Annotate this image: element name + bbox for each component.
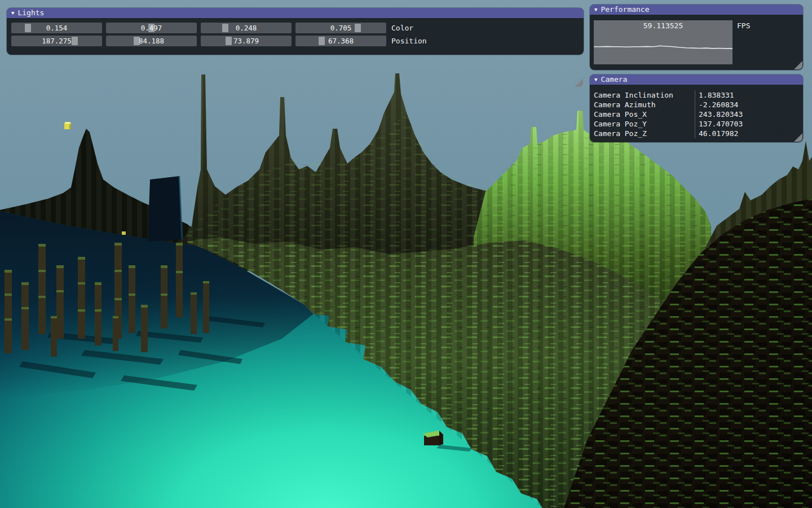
- camera-panel-header[interactable]: ▼ Camera: [590, 75, 803, 85]
- fps-label: FPS: [737, 21, 750, 30]
- camera-row-label: Camera Poz_Y: [594, 119, 695, 129]
- light-position-slider-2[interactable]: 84.188: [106, 36, 197, 46]
- slider-value: 187.275: [11, 36, 102, 46]
- collapse-arrow-icon[interactable]: ▼: [594, 5, 597, 15]
- light-position-slider-3[interactable]: 73.879: [201, 36, 292, 46]
- slider-value: 73.879: [201, 36, 292, 46]
- sun-light-cube: [64, 122, 71, 129]
- performance-panel: ▼ Performance 59.113525 FPS: [590, 5, 803, 70]
- slider-value: 0.497: [106, 23, 197, 33]
- collapse-arrow-icon[interactable]: ▼: [11, 8, 14, 18]
- position-row-label: Position: [391, 37, 427, 45]
- camera-row-value: 46.017982: [695, 129, 738, 138]
- performance-panel-header[interactable]: ▼ Performance: [590, 5, 803, 15]
- light-color-slider-1[interactable]: 0.154: [11, 23, 102, 33]
- lights-panel-title: Lights: [17, 8, 44, 18]
- fps-history-graph[interactable]: 59.113525: [594, 20, 732, 64]
- light-color-slider-4[interactable]: 0.705: [295, 23, 386, 33]
- camera-row-value: 243.820343: [695, 110, 743, 119]
- slider-value: 0.248: [201, 23, 292, 33]
- camera-pos-z-row: Camera Poz_Z 46.017982: [594, 129, 803, 138]
- camera-inclination-row: Camera Inclination 1.838331: [594, 90, 803, 100]
- camera-azimuth-row: Camera Azimuth -2.260834: [594, 100, 803, 110]
- performance-panel-title: Performance: [601, 5, 649, 15]
- slider-value: 0.154: [11, 23, 102, 33]
- light-color-slider-3[interactable]: 0.248: [201, 23, 292, 33]
- light-position-slider-1[interactable]: 187.275: [11, 36, 102, 46]
- color-row-label: Color: [391, 24, 413, 32]
- camera-pos-x-row: Camera Pos_X 243.820343: [594, 110, 803, 119]
- camera-row-value: 137.470703: [695, 119, 743, 129]
- fps-current-value: 59.113525: [594, 21, 732, 30]
- camera-row-label: Camera Poz_Z: [594, 129, 695, 138]
- slider-value: 0.705: [295, 23, 386, 33]
- slider-value: 67.368: [295, 36, 386, 46]
- slider-value: 84.188: [106, 36, 197, 46]
- camera-row-value: 1.838331: [695, 90, 734, 100]
- camera-row-label: Camera Pos_X: [594, 110, 695, 119]
- monolith: [148, 176, 182, 242]
- camera-panel-title: Camera: [601, 75, 627, 85]
- camera-row-value: -2.260834: [695, 100, 738, 110]
- voxel-engine-window: ▼ Lights 0.154 0.497 0.248: [0, 0, 812, 508]
- camera-row-label: Camera Inclination: [594, 90, 695, 100]
- collapse-arrow-icon[interactable]: ▼: [594, 75, 597, 85]
- lights-panel: ▼ Lights 0.154 0.497 0.248: [7, 8, 584, 55]
- light-position-slider-4[interactable]: 67.368: [295, 36, 386, 46]
- light-color-row: 0.154 0.497 0.248 0.705 Color: [11, 23, 579, 33]
- light-color-slider-2[interactable]: 0.497: [106, 23, 197, 33]
- camera-row-label: Camera Azimuth: [594, 100, 695, 110]
- lights-panel-header[interactable]: ▼ Lights: [7, 8, 584, 18]
- light-position-row: 187.275 84.188 73.879 67.368 Position: [11, 36, 579, 46]
- sun-reflection-cube: [122, 231, 126, 235]
- camera-panel: ▼ Camera Camera Inclination 1.838331 Cam…: [590, 75, 803, 142]
- camera-pos-y-row: Camera Poz_Y 137.470703: [594, 119, 803, 129]
